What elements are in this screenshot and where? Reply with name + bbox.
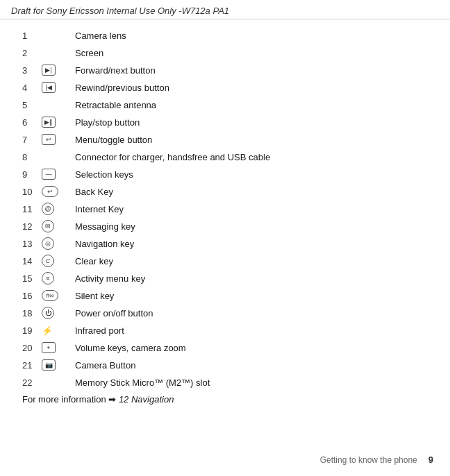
- item-label: Internet Key: [75, 204, 124, 214]
- list-item: 13◎Navigation key: [22, 236, 428, 251]
- list-item: 5Retractable antenna: [22, 97, 428, 112]
- item-icon: C: [42, 255, 75, 267]
- item-label: Silent key: [75, 291, 114, 301]
- item-icon: ▶|: [42, 65, 75, 76]
- list-item: 10↩Back Key: [22, 184, 428, 199]
- item-label: Menu/toggle button: [75, 135, 152, 145]
- list-item: 15≡Activity menu key: [22, 271, 428, 286]
- item-list: 1Camera lens2Screen3▶|Forward/next butto…: [22, 28, 428, 390]
- list-item: 14CClear key: [22, 253, 428, 269]
- item-label: Camera Button: [75, 360, 135, 371]
- item-number: 6: [22, 117, 42, 128]
- item-label: Rewind/previous button: [75, 83, 169, 93]
- item-number: 14: [22, 256, 42, 266]
- list-item: 11@Internet Key: [22, 201, 428, 216]
- item-label: Play/stop button: [75, 117, 140, 128]
- item-label: Memory Stick Micro™ (M2™) slot: [75, 377, 210, 388]
- page-content: 1Camera lens2Screen3▶|Forward/next butto…: [0, 19, 450, 413]
- item-icon: 📷: [42, 359, 75, 371]
- list-item: 3▶|Forward/next button: [22, 62, 428, 78]
- item-icon: ↩: [42, 186, 75, 197]
- item-number: 19: [22, 325, 42, 336]
- list-item: 20+Volume keys, camera zoom: [22, 340, 428, 355]
- item-label: Connector for charger, handsfree and USB…: [75, 152, 270, 162]
- list-item: 9—Selection keys: [22, 167, 428, 182]
- item-label: Power on/off button: [75, 308, 153, 318]
- item-icon: ↩: [42, 134, 75, 145]
- item-number: 15: [22, 273, 42, 284]
- page-footer: Getting to know the phone 9: [320, 454, 433, 465]
- list-item: 7↩Menu/toggle button: [22, 132, 428, 147]
- list-item: 22Memory Stick Micro™ (M2™) slot: [22, 375, 428, 390]
- item-icon: —: [42, 169, 75, 180]
- item-icon: ▶‖: [42, 117, 75, 128]
- item-label: Retractable antenna: [75, 100, 156, 110]
- item-number: 1: [22, 31, 42, 41]
- item-icon: @: [42, 203, 75, 215]
- item-number: 9: [22, 169, 42, 180]
- item-number: 5: [22, 100, 42, 110]
- item-number: 16: [22, 291, 42, 301]
- list-item: 8Connector for charger, handsfree and US…: [22, 149, 428, 164]
- item-number: 12: [22, 221, 42, 232]
- list-item: 16#∞Silent key: [22, 288, 428, 303]
- item-label: Camera lens: [75, 31, 126, 41]
- page-number: 9: [428, 454, 433, 465]
- item-number: 3: [22, 65, 42, 76]
- item-icon: ⏻: [42, 307, 75, 319]
- item-icon: ✉: [42, 220, 75, 232]
- item-icon: +: [42, 342, 75, 353]
- item-icon: ◎: [42, 237, 75, 250]
- header-title: Draft for Sony Ericsson Internal Use Onl…: [11, 6, 229, 16]
- item-label: Forward/next button: [75, 65, 156, 76]
- item-label: Navigation key: [75, 239, 134, 249]
- item-number: 7: [22, 135, 42, 145]
- item-number: 10: [22, 187, 42, 197]
- item-icon: ⚡: [42, 325, 75, 336]
- list-item: 19⚡Infrared port: [22, 323, 428, 338]
- list-item: 21📷Camera Button: [22, 357, 428, 373]
- item-label: Volume keys, camera zoom: [75, 343, 186, 353]
- header: Draft for Sony Ericsson Internal Use Onl…: [0, 0, 450, 19]
- section-label: Getting to know the phone: [320, 455, 417, 465]
- item-number: 2: [22, 48, 42, 58]
- item-label: Back Key: [75, 187, 113, 197]
- item-label: Activity menu key: [75, 273, 145, 284]
- list-item: 12✉ Messaging key: [22, 219, 428, 234]
- item-icon: #∞: [42, 290, 75, 301]
- list-item: 1Camera lens: [22, 28, 428, 43]
- item-label: Infrared port: [75, 325, 124, 336]
- item-label: Messaging key: [75, 221, 135, 232]
- list-item: 2Screen: [22, 45, 428, 60]
- item-label: Screen: [75, 48, 103, 58]
- item-number: 4: [22, 83, 42, 93]
- item-number: 21: [22, 360, 42, 371]
- list-item: 4|◀Rewind/previous button: [22, 80, 428, 95]
- item-number: 20: [22, 343, 42, 353]
- list-item: 18⏻Power on/off button: [22, 305, 428, 321]
- item-label: Clear key: [75, 256, 113, 266]
- item-icon: ≡: [42, 272, 75, 284]
- item-number: 13: [22, 239, 42, 249]
- item-number: 8: [22, 152, 42, 162]
- item-number: 18: [22, 308, 42, 318]
- item-number: 11: [22, 204, 42, 214]
- footer-note: For more information ➡ 12 Navigation: [22, 394, 428, 405]
- list-item: 6▶‖Play/stop button: [22, 114, 428, 130]
- item-label: Selection keys: [75, 169, 133, 180]
- item-icon: |◀: [42, 82, 75, 93]
- item-number: 22: [22, 377, 42, 388]
